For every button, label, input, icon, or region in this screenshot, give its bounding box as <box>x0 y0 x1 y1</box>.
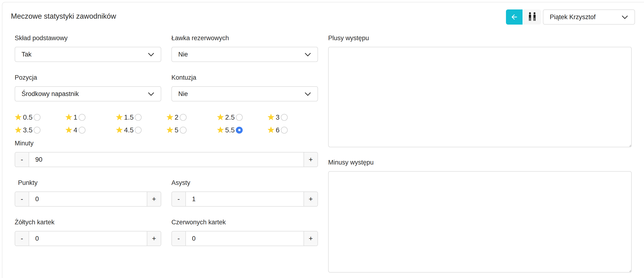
czerwonych-kartek-decrement-button[interactable]: - <box>172 231 186 246</box>
rating-radio[interactable] <box>281 127 288 134</box>
czerwonych-kartek-increment-button[interactable]: + <box>304 231 318 246</box>
rating-radio[interactable] <box>34 114 40 121</box>
zoltych-kartek-increment-button[interactable]: + <box>147 231 161 246</box>
punkty-input[interactable] <box>29 192 147 206</box>
star-icon <box>65 114 72 121</box>
asysty-input[interactable] <box>186 192 304 206</box>
lawka-rezerwowych-label: Ławka rezerwowych <box>172 34 318 42</box>
rating-option-5.5[interactable]: 5.5 <box>217 126 268 134</box>
field-kontuzja: Kontuzja Nie <box>172 74 318 101</box>
pozycja-select[interactable]: Środkowy napastnik <box>15 86 161 101</box>
czerwonych-kartek-stepper: - + <box>172 231 318 246</box>
stats-card: Meczowe statystyki zawodników <box>2 2 644 278</box>
star-icon <box>166 114 174 121</box>
zoltych-kartek-input[interactable] <box>29 231 147 246</box>
minuty-increment-button[interactable]: + <box>304 152 318 167</box>
back-button[interactable] <box>506 9 522 25</box>
lawka-rezerwowych-select[interactable]: Nie <box>172 47 318 62</box>
minuty-label: Minuty <box>15 140 318 147</box>
star-icon <box>166 127 174 134</box>
rating-option-label: 0.5 <box>23 113 32 121</box>
rating-radio[interactable] <box>236 114 243 121</box>
chevron-down-icon <box>148 90 154 98</box>
field-plusy-wystepu: Plusy występu <box>328 34 632 147</box>
punkty-increment-button[interactable]: + <box>147 192 161 206</box>
rating-radio[interactable] <box>180 114 186 121</box>
rating-option-label: 1.5 <box>124 113 134 121</box>
rating-radio[interactable] <box>180 127 186 134</box>
right-panel: Plusy występu Minusy występu <box>328 34 632 273</box>
star-icon <box>116 114 123 121</box>
rating-option-5[interactable]: 5 <box>166 126 217 134</box>
rating-option-1[interactable]: 1 <box>65 113 116 121</box>
chevron-down-icon <box>305 51 311 58</box>
star-icon <box>116 127 123 134</box>
rating-option-label: 4.5 <box>124 126 134 134</box>
field-minuty: Minuty - + <box>15 140 318 167</box>
rating-option-4.5[interactable]: 4.5 <box>116 126 166 134</box>
minuty-input[interactable] <box>29 152 304 167</box>
people-icon <box>527 11 538 22</box>
rating-option-1.5[interactable]: 1.5 <box>116 113 166 121</box>
rating-option-label: 2.5 <box>225 113 235 121</box>
minusy-wystepu-textarea[interactable] <box>328 171 632 273</box>
zoltych-kartek-decrement-button[interactable]: - <box>15 231 29 246</box>
player-select-value: Piątek Krzysztof <box>550 13 596 21</box>
star-icon <box>268 127 275 134</box>
rating-radio[interactable] <box>281 114 288 121</box>
asysty-stepper: - + <box>172 191 318 207</box>
rating-option-6[interactable]: 6 <box>268 126 318 134</box>
rating-option-label: 3.5 <box>23 126 32 134</box>
star-icon <box>65 127 72 134</box>
arrow-left-icon <box>510 13 518 21</box>
rating-radio[interactable] <box>236 127 243 134</box>
czerwonych-kartek-label: Czerwonych kartek <box>172 219 318 226</box>
minuty-stepper: - + <box>15 152 318 167</box>
chevron-down-icon <box>148 51 154 58</box>
players-button[interactable] <box>522 9 541 25</box>
rating-option-3[interactable]: 3 <box>268 113 318 121</box>
kontuzja-value: Nie <box>178 90 188 98</box>
sklad-podstawowy-label: Skład podstawowy <box>15 34 161 42</box>
rating-option-label: 3 <box>276 113 280 121</box>
lawka-rezerwowych-value: Nie <box>178 51 188 58</box>
toolbar: Piątek Krzysztof <box>506 9 635 25</box>
rating-option-label: 5.5 <box>225 126 235 134</box>
rating-radio[interactable] <box>78 127 86 134</box>
rating-radio[interactable] <box>135 114 142 121</box>
zoltych-kartek-label: Żółtych kartek <box>15 219 161 226</box>
punkty-decrement-button[interactable]: - <box>15 192 29 206</box>
rating-option-label: 6 <box>276 126 280 134</box>
rating-option-2.5[interactable]: 2.5 <box>217 113 268 121</box>
asysty-increment-button[interactable]: + <box>304 192 318 206</box>
punkty-stepper: - + <box>15 191 161 207</box>
czerwonych-kartek-input[interactable] <box>186 231 304 246</box>
minuty-decrement-button[interactable]: - <box>15 152 29 167</box>
plusy-wystepu-label: Plusy występu <box>328 34 632 42</box>
star-icon <box>268 114 275 121</box>
kontuzja-select[interactable]: Nie <box>172 86 318 101</box>
field-zoltych-kartek: Żółtych kartek - + <box>15 219 161 246</box>
player-select[interactable]: Piątek Krzysztof <box>543 9 635 25</box>
sklad-podstawowy-value: Tak <box>22 51 32 58</box>
rating-option-0.5[interactable]: 0.5 <box>15 113 65 121</box>
minusy-wystepu-label: Minusy występu <box>328 159 632 166</box>
rating-option-4[interactable]: 4 <box>65 126 116 134</box>
rating-option-label: 5 <box>175 126 178 134</box>
star-icon <box>217 114 224 121</box>
rating-radio[interactable] <box>78 114 86 121</box>
asysty-decrement-button[interactable]: - <box>172 192 186 206</box>
rating-option-3.5[interactable]: 3.5 <box>15 126 65 134</box>
rating-radio[interactable] <box>34 127 40 134</box>
rating-radio[interactable] <box>135 127 142 134</box>
rating-option-2[interactable]: 2 <box>166 113 217 121</box>
pozycja-value: Środkowy napastnik <box>22 90 79 98</box>
punkty-label: Punkty <box>18 179 161 186</box>
star-icon <box>15 127 22 134</box>
rating-option-label: 1 <box>74 113 78 121</box>
star-icon <box>217 127 224 134</box>
kontuzja-label: Kontuzja <box>172 74 318 81</box>
plusy-wystepu-textarea[interactable] <box>328 47 632 147</box>
field-sklad-podstawowy: Skład podstawowy Tak <box>15 34 161 62</box>
sklad-podstawowy-select[interactable]: Tak <box>15 47 161 62</box>
